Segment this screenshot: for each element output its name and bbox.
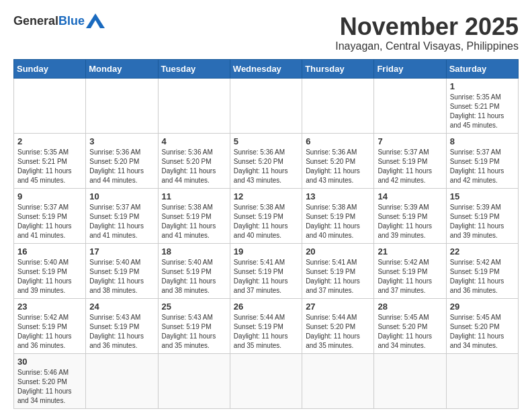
calendar-cell: 7Sunrise: 5:37 AM Sunset: 5:19 PM Daylig… — [374, 133, 446, 188]
calendar-table: SundayMondayTuesdayWednesdayThursdayFrid… — [13, 59, 519, 409]
calendar-cell — [302, 353, 374, 408]
calendar-cell: 15Sunrise: 5:39 AM Sunset: 5:19 PM Dayli… — [446, 188, 518, 243]
calendar-cell: 4Sunrise: 5:36 AM Sunset: 5:20 PM Daylig… — [158, 133, 230, 188]
day-info: Sunrise: 5:36 AM Sunset: 5:20 PM Dayligh… — [306, 148, 370, 185]
logo-icon — [86, 13, 105, 28]
weekday-header-sunday: Sunday — [14, 59, 86, 78]
weekday-header-thursday: Thursday — [302, 59, 374, 78]
day-info: Sunrise: 5:37 AM Sunset: 5:19 PM Dayligh… — [89, 203, 154, 240]
calendar-week-1: 1Sunrise: 5:35 AM Sunset: 5:21 PM Daylig… — [14, 78, 519, 133]
day-number: 22 — [450, 246, 515, 257]
day-info: Sunrise: 5:44 AM Sunset: 5:20 PM Dayligh… — [306, 313, 370, 351]
day-number: 13 — [306, 191, 370, 201]
calendar-cell: 10Sunrise: 5:37 AM Sunset: 5:19 PM Dayli… — [86, 188, 158, 243]
calendar-cell — [446, 353, 518, 408]
day-number: 17 — [89, 246, 154, 257]
calendar-cell: 17Sunrise: 5:40 AM Sunset: 5:19 PM Dayli… — [86, 243, 158, 298]
day-info: Sunrise: 5:38 AM Sunset: 5:19 PM Dayligh… — [234, 203, 298, 240]
calendar-week-5: 23Sunrise: 5:42 AM Sunset: 5:19 PM Dayli… — [14, 298, 519, 353]
day-number: 10 — [89, 191, 154, 201]
day-info: Sunrise: 5:42 AM Sunset: 5:19 PM Dayligh… — [17, 313, 82, 351]
weekday-header-row: SundayMondayTuesdayWednesdayThursdayFrid… — [14, 59, 519, 78]
day-number: 3 — [89, 136, 154, 146]
day-number: 16 — [17, 246, 82, 257]
day-info: Sunrise: 5:45 AM Sunset: 5:20 PM Dayligh… — [450, 313, 515, 351]
logo-blue-text: Blue — [58, 14, 85, 28]
calendar-cell: 6Sunrise: 5:36 AM Sunset: 5:20 PM Daylig… — [302, 133, 374, 188]
calendar-cell: 11Sunrise: 5:38 AM Sunset: 5:19 PM Dayli… — [158, 188, 230, 243]
day-info: Sunrise: 5:43 AM Sunset: 5:19 PM Dayligh… — [89, 313, 154, 351]
calendar-cell: 18Sunrise: 5:40 AM Sunset: 5:19 PM Dayli… — [158, 243, 230, 298]
day-number: 12 — [234, 191, 298, 201]
calendar-cell — [374, 353, 446, 408]
day-number: 15 — [450, 191, 515, 201]
day-number: 21 — [378, 246, 442, 257]
calendar-week-4: 16Sunrise: 5:40 AM Sunset: 5:19 PM Dayli… — [14, 243, 519, 298]
day-info: Sunrise: 5:40 AM Sunset: 5:19 PM Dayligh… — [17, 258, 82, 295]
day-info: Sunrise: 5:42 AM Sunset: 5:19 PM Dayligh… — [378, 258, 442, 295]
weekday-header-friday: Friday — [374, 59, 446, 78]
day-number: 14 — [378, 191, 442, 201]
header: General Blue November 2025 Inayagan, Cen… — [13, 13, 519, 52]
day-info: Sunrise: 5:41 AM Sunset: 5:19 PM Dayligh… — [234, 258, 298, 295]
day-info: Sunrise: 5:40 AM Sunset: 5:19 PM Dayligh… — [162, 258, 226, 295]
title-area: November 2025 Inayagan, Central Visayas,… — [335, 13, 519, 52]
day-info: Sunrise: 5:36 AM Sunset: 5:20 PM Dayligh… — [234, 148, 298, 185]
day-info: Sunrise: 5:40 AM Sunset: 5:19 PM Dayligh… — [89, 258, 154, 295]
day-info: Sunrise: 5:42 AM Sunset: 5:19 PM Dayligh… — [450, 258, 515, 295]
month-title: November 2025 — [335, 13, 519, 40]
calendar-cell: 26Sunrise: 5:44 AM Sunset: 5:19 PM Dayli… — [230, 298, 302, 353]
calendar-cell: 9Sunrise: 5:37 AM Sunset: 5:19 PM Daylig… — [14, 188, 86, 243]
calendar-cell: 8Sunrise: 5:37 AM Sunset: 5:19 PM Daylig… — [446, 133, 518, 188]
calendar-cell — [14, 78, 86, 133]
day-number: 18 — [162, 246, 226, 257]
logo-area: General Blue — [13, 13, 105, 28]
day-number: 9 — [17, 191, 82, 201]
calendar-cell: 14Sunrise: 5:39 AM Sunset: 5:19 PM Dayli… — [374, 188, 446, 243]
day-number: 8 — [450, 136, 515, 146]
day-number: 29 — [450, 302, 515, 312]
day-info: Sunrise: 5:36 AM Sunset: 5:20 PM Dayligh… — [162, 148, 226, 185]
day-info: Sunrise: 5:45 AM Sunset: 5:20 PM Dayligh… — [378, 313, 442, 351]
day-info: Sunrise: 5:39 AM Sunset: 5:19 PM Dayligh… — [378, 203, 442, 240]
calendar-cell: 5Sunrise: 5:36 AM Sunset: 5:20 PM Daylig… — [230, 133, 302, 188]
calendar-cell: 29Sunrise: 5:45 AM Sunset: 5:20 PM Dayli… — [446, 298, 518, 353]
calendar-cell: 19Sunrise: 5:41 AM Sunset: 5:19 PM Dayli… — [230, 243, 302, 298]
day-info: Sunrise: 5:36 AM Sunset: 5:20 PM Dayligh… — [89, 148, 154, 185]
day-number: 1 — [450, 81, 515, 91]
day-info: Sunrise: 5:41 AM Sunset: 5:19 PM Dayligh… — [306, 258, 370, 295]
calendar-cell — [158, 78, 230, 133]
day-info: Sunrise: 5:39 AM Sunset: 5:19 PM Dayligh… — [450, 203, 515, 240]
calendar-cell — [230, 78, 302, 133]
day-number: 30 — [17, 357, 82, 367]
day-info: Sunrise: 5:38 AM Sunset: 5:19 PM Dayligh… — [306, 203, 370, 240]
calendar-week-3: 9Sunrise: 5:37 AM Sunset: 5:19 PM Daylig… — [14, 188, 519, 243]
calendar-cell: 13Sunrise: 5:38 AM Sunset: 5:19 PM Dayli… — [302, 188, 374, 243]
weekday-header-wednesday: Wednesday — [230, 59, 302, 78]
day-number: 7 — [378, 136, 442, 146]
day-number: 20 — [306, 246, 370, 257]
calendar-cell — [302, 78, 374, 133]
weekday-header-monday: Monday — [86, 59, 158, 78]
calendar-cell — [86, 353, 158, 408]
day-number: 6 — [306, 136, 370, 146]
weekday-header-tuesday: Tuesday — [158, 59, 230, 78]
day-info: Sunrise: 5:35 AM Sunset: 5:21 PM Dayligh… — [450, 93, 515, 130]
calendar-cell: 2Sunrise: 5:35 AM Sunset: 5:21 PM Daylig… — [14, 133, 86, 188]
calendar-cell: 3Sunrise: 5:36 AM Sunset: 5:20 PM Daylig… — [86, 133, 158, 188]
calendar-cell: 27Sunrise: 5:44 AM Sunset: 5:20 PM Dayli… — [302, 298, 374, 353]
calendar-cell: 1Sunrise: 5:35 AM Sunset: 5:21 PM Daylig… — [446, 78, 518, 133]
calendar-cell — [230, 353, 302, 408]
day-number: 19 — [234, 246, 298, 257]
day-number: 26 — [234, 302, 298, 312]
day-number: 23 — [17, 302, 82, 312]
calendar-body: 1Sunrise: 5:35 AM Sunset: 5:21 PM Daylig… — [14, 78, 519, 408]
logo: General Blue — [13, 13, 105, 28]
calendar-cell: 22Sunrise: 5:42 AM Sunset: 5:19 PM Dayli… — [446, 243, 518, 298]
day-info: Sunrise: 5:37 AM Sunset: 5:19 PM Dayligh… — [17, 203, 82, 240]
day-number: 4 — [162, 136, 226, 146]
calendar-cell: 25Sunrise: 5:43 AM Sunset: 5:19 PM Dayli… — [158, 298, 230, 353]
location-title: Inayagan, Central Visayas, Philippines — [335, 40, 519, 52]
calendar-header: SundayMondayTuesdayWednesdayThursdayFrid… — [14, 59, 519, 78]
calendar-cell: 28Sunrise: 5:45 AM Sunset: 5:20 PM Dayli… — [374, 298, 446, 353]
